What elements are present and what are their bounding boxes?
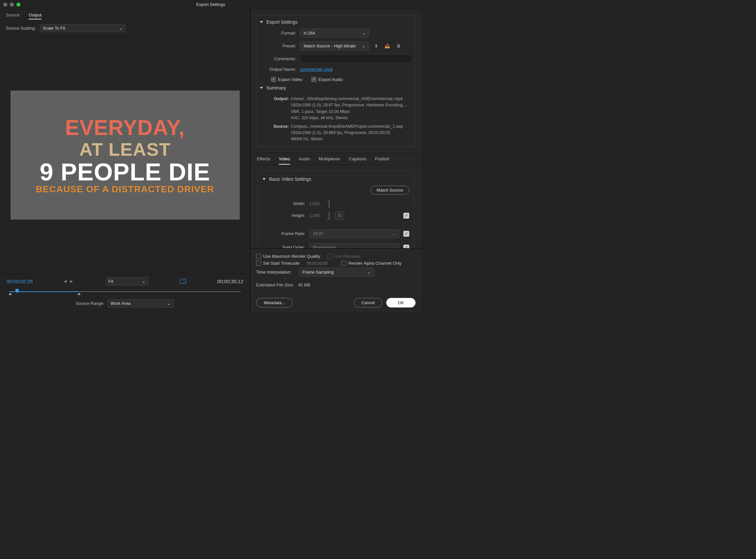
settings-pane: Export Settings Format: H.264 ⌄ Preset: … [250, 9, 421, 312]
source-scaling-label: Source Scaling: [6, 26, 36, 30]
format-label: Format: [260, 30, 296, 36]
time-interpolation-dropdown[interactable]: Frame Sampling ⌄ [299, 268, 374, 276]
basic-video-header[interactable]: Basic Video Settings [262, 176, 409, 182]
source-scaling-dropdown[interactable]: Scale To Fit ⌄ [40, 24, 126, 32]
width-label: Width: [262, 201, 305, 206]
use-previews-label: Use Previews [334, 254, 360, 259]
preview-text-3: 9 PEOPLE DIE [40, 158, 210, 186]
render-alpha-checkbox[interactable]: Render Alpha Channel Only [341, 261, 401, 266]
comments-input[interactable] [300, 54, 412, 63]
height-label: Height: [262, 213, 305, 218]
bracket-icon: ⎫ [327, 200, 331, 208]
playhead[interactable] [15, 289, 19, 293]
estimated-size-label: Estimated File Size: [256, 283, 294, 287]
tab-output[interactable]: Output [29, 13, 42, 19]
tab-multiplexer[interactable]: Multiplexer [319, 156, 340, 164]
zoom-fit-dropdown[interactable]: Fit ⌄ [106, 277, 149, 286]
checkbox-off-icon [256, 254, 261, 259]
ok-button[interactable]: OK [386, 298, 416, 308]
import-preset-icon[interactable]: 📥 [383, 43, 391, 48]
settings-tabs: Effects Video Audio Multiplexer Captions… [250, 153, 421, 165]
chevron-down-icon [260, 21, 263, 23]
summary-header[interactable]: Summary [260, 85, 412, 91]
time-interpolation-value: Frame Sampling [302, 270, 334, 274]
tab-video[interactable]: Video [279, 156, 290, 164]
output-name-link[interactable]: commercial;.mp4 [300, 67, 333, 72]
cancel-button[interactable]: Cancel [354, 298, 382, 308]
field-order-dropdown[interactable]: Progressive⌄ [309, 243, 399, 248]
export-video-checkbox[interactable]: Export Video [271, 77, 302, 82]
maximize-window-dot[interactable] [17, 3, 20, 6]
format-dropdown[interactable]: H.264 ⌄ [300, 29, 369, 38]
total-timecode: 00;00;35;12 [217, 278, 243, 284]
tab-effects[interactable]: Effects [257, 156, 270, 164]
preview-text-1: EVERYDAY, [65, 115, 185, 140]
basic-video-title: Basic Video Settings [269, 176, 311, 182]
preview-pane: Source Output Source Scaling: Scale To F… [0, 9, 250, 312]
match-width-height-checkbox[interactable]: ✓ [403, 213, 409, 219]
tab-publish[interactable]: Publish [375, 156, 389, 164]
match-field-order-checkbox[interactable]: ✓ [403, 245, 409, 248]
start-timecode-value[interactable]: 00;00;00;00 [307, 261, 328, 266]
field-order-value: Progressive [313, 245, 335, 248]
width-value[interactable]: 1,920 [309, 201, 320, 206]
step-buttons[interactable]: ◀ ▶ [64, 279, 74, 284]
in-point-marker[interactable] [8, 293, 12, 295]
out-point-marker[interactable] [77, 293, 81, 295]
checkbox-off-icon [327, 254, 332, 259]
link-dimensions-icon[interactable]: ⛓ [335, 212, 344, 219]
checkbox-off-icon [341, 261, 347, 266]
match-source-button[interactable]: Match Source [371, 186, 409, 195]
chevron-down-icon: ⌄ [119, 26, 123, 30]
chevron-down-icon: ⌄ [142, 279, 146, 284]
tab-source[interactable]: Source [6, 13, 19, 19]
time-interpolation-label: Time Interpolation: [256, 270, 291, 274]
frame-rate-label: Frame Rate: [262, 231, 305, 236]
chevron-down-icon: ⌄ [392, 245, 396, 248]
output-name-label: Output Name: [260, 67, 296, 72]
height-value[interactable]: 1,080 [309, 213, 320, 218]
aspect-crop-icon[interactable]: ⬚ [180, 279, 186, 284]
max-quality-label: Use Maximum Render Quality [263, 254, 320, 259]
preview-tabs: Source Output [0, 9, 250, 21]
zoom-fit-value: Fit [109, 279, 113, 284]
comments-label: Comments: [260, 56, 296, 61]
tab-captions[interactable]: Captions [349, 156, 366, 164]
chevron-down-icon: ⌄ [167, 301, 171, 306]
chevron-down-icon: ⌄ [362, 30, 365, 36]
estimated-size-value: 45 MB [298, 283, 311, 287]
export-audio-label: Export Audio [318, 77, 343, 82]
minimize-window-dot[interactable] [10, 3, 14, 6]
delete-preset-icon[interactable]: 🗑 [395, 43, 402, 48]
set-start-timecode-checkbox[interactable]: Set Start Timecode [256, 261, 299, 266]
frame-rate-dropdown[interactable]: 29.97⌄ [309, 229, 399, 238]
traffic-lights [0, 3, 20, 6]
export-audio-checkbox[interactable]: Export Audio [311, 77, 343, 82]
export-settings-header[interactable]: Export Settings [260, 19, 412, 25]
chevron-down-icon: ⌄ [367, 270, 371, 274]
summary-output-label: Output: [271, 96, 289, 102]
summary-title: Summary [266, 85, 286, 91]
close-window-dot[interactable] [3, 3, 7, 6]
chevron-down-icon: ⌄ [392, 231, 396, 236]
chevron-down-icon [260, 87, 263, 89]
current-timecode[interactable]: 00;00;02;28 [6, 278, 32, 284]
export-settings-title: Export Settings [266, 19, 298, 25]
match-frame-rate-checkbox[interactable]: ✓ [403, 231, 409, 237]
save-preset-icon[interactable]: ⬇ [373, 43, 379, 48]
bracket-icon: ⎭ [327, 212, 331, 220]
window-title: Export Settings [196, 2, 225, 7]
title-bar: Export Settings [0, 0, 421, 9]
preset-dropdown[interactable]: Match Source - High bitrate ⌄ [300, 42, 369, 50]
set-start-label: Set Start Timecode [263, 261, 299, 266]
source-range-label: Source Range: [76, 301, 104, 306]
metadata-button[interactable]: Metadata... [256, 298, 293, 308]
summary-output-2: 1920x1080 (1.0), 29.97 fps, Progressive,… [291, 102, 407, 108]
source-range-dropdown[interactable]: Work Area ⌄ [108, 299, 174, 308]
tab-audio[interactable]: Audio [299, 156, 310, 164]
summary-output-path: /Users/.../Desktop/driving commercial_AM… [291, 96, 403, 102]
preset-value: Match Source - High bitrate [304, 43, 356, 48]
max-render-quality-checkbox[interactable]: Use Maximum Render Quality [256, 254, 320, 259]
timeline[interactable] [6, 289, 243, 295]
summary-source-3: 48000 Hz, Stereo [291, 136, 323, 142]
